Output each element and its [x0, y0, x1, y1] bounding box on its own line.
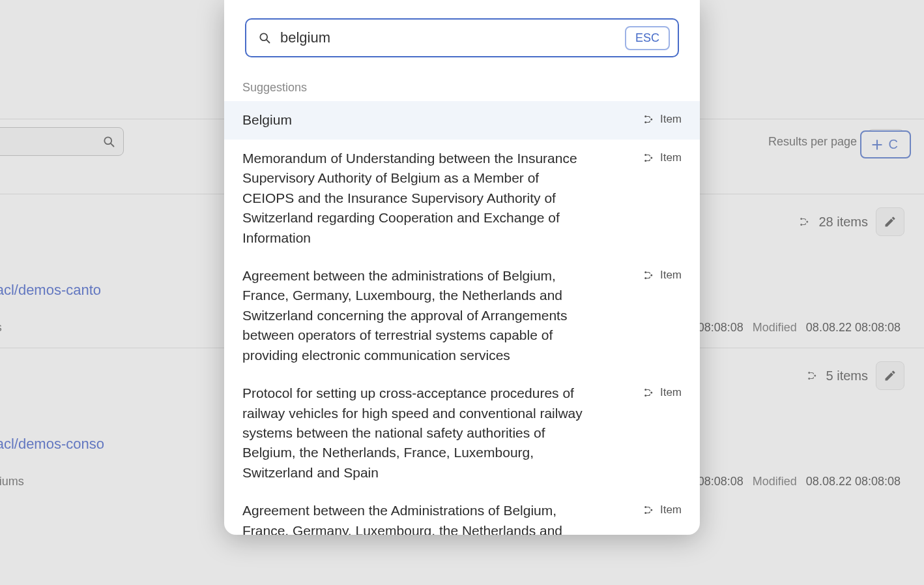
- suggestion-title: Memorandum of Understanding between the …: [242, 149, 594, 248]
- item-icon: [643, 387, 655, 398]
- suggestion-item[interactable]: Memorandum of Understanding between the …: [224, 140, 700, 257]
- suggestion-item[interactable]: BelgiumItem: [224, 101, 700, 139]
- item-icon: [643, 269, 655, 281]
- search-results[interactable]: Suggestions BelgiumItemMemorandum of Und…: [224, 78, 700, 535]
- search-modal: ESC Suggestions BelgiumItemMemorandum of…: [224, 0, 700, 535]
- suggestion-kind: Item: [643, 110, 682, 126]
- suggestion-kind: Item: [643, 149, 682, 164]
- suggestion-title: Protocol for setting up cross-acceptance…: [242, 383, 594, 483]
- suggestion-title: Agreement between the Administrations of…: [242, 501, 594, 535]
- suggestion-kind: Item: [643, 501, 682, 517]
- suggestions-label: Suggestions: [224, 78, 700, 101]
- search-input[interactable]: [280, 29, 616, 46]
- search-icon: [258, 31, 271, 44]
- suggestion-title: Belgium: [242, 110, 292, 130]
- suggestion-item[interactable]: Agreement between the administrations of…: [224, 257, 700, 374]
- suggestion-kind: Item: [643, 266, 682, 282]
- item-icon: [643, 152, 655, 164]
- item-icon: [643, 504, 655, 516]
- suggestion-item[interactable]: Agreement between the Administrations of…: [224, 492, 700, 535]
- suggestion-item[interactable]: Protocol for setting up cross-acceptance…: [224, 374, 700, 492]
- search-field-wrap: ESC: [245, 18, 679, 57]
- item-icon: [643, 113, 655, 125]
- suggestion-kind: Item: [643, 383, 682, 399]
- esc-button[interactable]: ESC: [625, 26, 670, 50]
- suggestion-title: Agreement between the administrations of…: [242, 266, 594, 365]
